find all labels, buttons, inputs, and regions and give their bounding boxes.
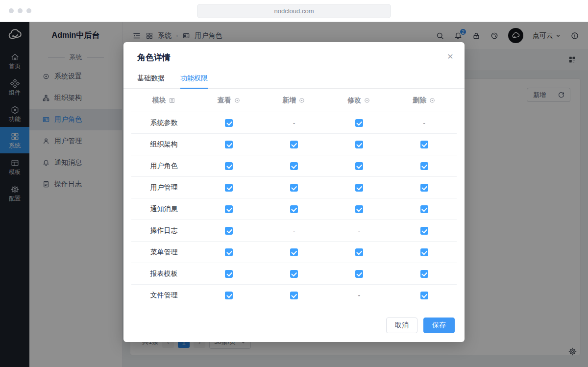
permission-checkbox-checked[interactable]	[290, 184, 298, 192]
permission-cell	[326, 242, 392, 263]
column-header-label: 模块	[152, 96, 166, 105]
permission-cell: -	[326, 285, 392, 306]
permission-checkbox-checked[interactable]	[225, 162, 233, 170]
permission-cell	[262, 134, 327, 155]
modal-tabs: 基础数据 功能权限	[123, 63, 465, 89]
check-all-icon[interactable]	[364, 97, 370, 104]
permission-checkbox-checked[interactable]	[290, 292, 298, 299]
permission-checkbox-checked[interactable]	[225, 248, 233, 256]
url-text: nodcloud.com	[274, 7, 314, 15]
permission-checkbox-checked[interactable]	[225, 119, 233, 127]
permission-cell	[196, 198, 262, 220]
permission-cell	[392, 155, 457, 176]
permission-cell	[262, 263, 327, 284]
column-header-delete: 删除	[392, 89, 457, 112]
permission-checkbox-checked[interactable]	[225, 184, 233, 192]
permission-checkbox-checked[interactable]	[420, 270, 428, 278]
permission-cell	[326, 263, 392, 284]
column-header-view: 查看	[196, 89, 262, 112]
column-header-label: 修改	[347, 96, 361, 105]
no-permission-dash: -	[293, 119, 295, 127]
permission-cell: -	[262, 112, 327, 133]
permission-cell	[326, 155, 392, 176]
role-detail-modal: 角色详情 × 基础数据 功能权限 模块 查看	[123, 42, 465, 342]
permission-checkbox-checked[interactable]	[420, 162, 428, 170]
column-header-label: 查看	[218, 96, 231, 105]
permission-checkbox-checked[interactable]	[420, 248, 428, 256]
module-name-cell: 操作日志	[131, 220, 196, 241]
table-row: 用户角色	[131, 155, 457, 177]
permission-cell	[196, 112, 262, 133]
column-header-edit: 修改	[326, 89, 392, 112]
check-all-icon[interactable]	[429, 97, 436, 104]
module-name-cell: 报表模板	[131, 263, 196, 284]
permission-cell	[196, 220, 262, 241]
table-row: 报表模板	[131, 263, 457, 285]
module-name-cell: 系统参数	[131, 112, 196, 133]
no-permission-dash: -	[358, 227, 360, 235]
permission-cell: -	[262, 220, 327, 241]
permission-checkbox-checked[interactable]	[355, 205, 363, 213]
url-bar[interactable]: nodcloud.com	[197, 4, 391, 18]
permission-cell	[326, 177, 392, 198]
permission-checkbox-checked[interactable]	[290, 162, 298, 170]
permission-cell	[196, 155, 262, 176]
permission-checkbox-checked[interactable]	[225, 205, 233, 213]
permission-cell	[392, 220, 457, 241]
save-button[interactable]: 保存	[423, 318, 455, 333]
permission-checkbox-checked[interactable]	[355, 184, 363, 192]
module-name-cell: 用户角色	[131, 155, 196, 176]
permission-checkbox-checked[interactable]	[225, 270, 233, 278]
cancel-button[interactable]: 取消	[386, 318, 417, 333]
permission-cell	[392, 177, 457, 198]
permission-cell	[196, 134, 262, 155]
permission-cell	[196, 242, 262, 263]
close-icon[interactable]: ×	[445, 49, 455, 63]
permission-checkbox-checked[interactable]	[355, 162, 363, 170]
column-header-add: 新增	[262, 89, 327, 112]
permission-checkbox-checked[interactable]	[420, 184, 428, 192]
permission-checkbox-checked[interactable]	[355, 119, 363, 127]
permission-cell	[326, 134, 392, 155]
permission-checkbox-checked[interactable]	[355, 248, 363, 256]
permission-cell	[392, 242, 457, 263]
table-row: 组织架构	[131, 134, 457, 155]
permission-checkbox-checked[interactable]	[225, 141, 233, 148]
column-header-label: 删除	[413, 96, 426, 105]
table-row: 菜单管理	[131, 242, 457, 263]
permission-checkbox-checked[interactable]	[420, 227, 428, 235]
no-permission-dash: -	[423, 119, 425, 127]
permission-checkbox-checked[interactable]	[355, 141, 363, 148]
table-header-row: 模块 查看 新增	[131, 89, 457, 112]
permission-checkbox-checked[interactable]	[420, 292, 428, 299]
permission-cell	[262, 285, 327, 306]
permission-checkbox-checked[interactable]	[355, 270, 363, 278]
collapse-all-icon[interactable]	[169, 97, 175, 104]
table-row: 文件管理-	[131, 285, 457, 306]
table-row: 用户管理	[131, 177, 457, 198]
permission-checkbox-checked[interactable]	[290, 141, 298, 148]
permission-checkbox-checked[interactable]	[290, 205, 298, 213]
table-row: 操作日志--	[131, 220, 457, 242]
permission-checkbox-checked[interactable]	[225, 227, 233, 235]
table-row: 通知消息	[131, 198, 457, 220]
table-row: 系统参数--	[131, 112, 457, 134]
module-name-cell: 菜单管理	[131, 242, 196, 263]
modal-title: 角色详情	[137, 53, 171, 62]
permission-cell	[392, 263, 457, 284]
column-header-module: 模块	[131, 89, 196, 112]
tab-permissions[interactable]: 功能权限	[180, 74, 208, 88]
tab-basic-data[interactable]: 基础数据	[137, 74, 165, 88]
permission-cell	[196, 177, 262, 198]
permission-checkbox-checked[interactable]	[420, 205, 428, 213]
permission-checkbox-checked[interactable]	[290, 248, 298, 256]
modal-footer: 取消 保存	[386, 318, 455, 333]
permission-cell	[196, 263, 262, 284]
check-all-icon[interactable]	[298, 97, 305, 104]
column-header-label: 新增	[282, 96, 296, 105]
permission-checkbox-checked[interactable]	[290, 270, 298, 278]
permission-cell	[392, 285, 457, 306]
check-all-icon[interactable]	[234, 97, 241, 104]
permission-checkbox-checked[interactable]	[225, 292, 233, 299]
permission-checkbox-checked[interactable]	[420, 141, 428, 148]
